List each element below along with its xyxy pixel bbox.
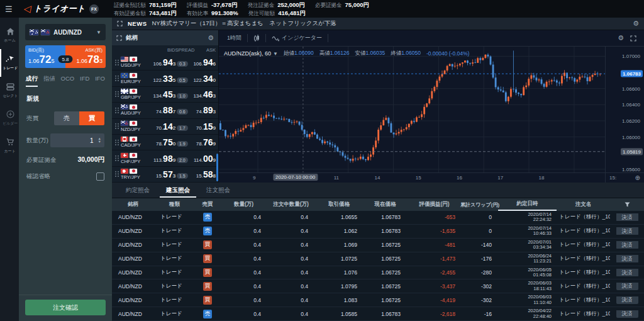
quantity-stepper[interactable]: ▲▼ [98,137,101,144]
watchlist-scrollbar[interactable] [216,154,218,181]
sidebar-item-ビルダー[interactable]: ビルダー [0,104,19,132]
bid-price[interactable]: 122.335 [148,73,176,84]
legend-symbol[interactable]: AUD/NZD(ask), 60▼ [224,50,278,57]
column-header-種類[interactable]: 種類 [154,198,195,211]
price-big-digits: 75 [163,137,173,147]
drag-handle-icon[interactable] [114,107,119,114]
hamburger-menu-icon[interactable]: ☰ [5,4,18,14]
pair-selector[interactable]: AUD/NZD ▼ [25,24,106,40]
required-margin-value: 30,000円 [77,155,104,164]
drag-handle-icon[interactable] [114,123,119,130]
bid-price[interactable]: 134.453 [148,89,176,100]
watchlist-settings-gear-icon[interactable]: ⚙ [208,35,214,42]
close-position-button[interactable]: 決済 [616,255,638,262]
sidebar-item-ホーム[interactable]: ホーム [0,21,19,49]
watchlist-row-GBP/JPY[interactable]: GBP/JPY134.4531.0134.463 [112,87,218,103]
column-header-売買[interactable]: 売買 [195,198,220,211]
news-expand-icon[interactable] [117,21,123,26]
order-tab-指値[interactable]: 指値 [43,75,55,87]
close-position-button[interactable]: 決済 [616,241,638,249]
watchlist-row-CAD/JPY[interactable]: CAD/JPY78.7501.978.769 [112,135,218,150]
skip-confirm-checkbox[interactable] [96,172,104,181]
interval-selector[interactable]: 1時間 [221,30,247,46]
candlestick-plot[interactable]: AUD/NZD(ask), 60▼ 始値1.06090 高値1.06126 安値… [219,47,605,172]
ask-price[interactable]: 74.893 [189,104,216,116]
ask-price[interactable]: 122.340 [189,73,216,84]
order-tab-成行[interactable]: 成行 [26,75,38,87]
indicator-button[interactable]: インジケーター [266,30,328,46]
close-position-button[interactable]: 決済 [616,269,638,276]
column-header-約定日時[interactable]: 約定日時 [498,198,557,211]
sidebar-item-セレクト[interactable]: セレクト [0,77,19,104]
positions-tab-注文照会[interactable]: 注文照会 [200,183,236,198]
bid-price[interactable]: 74.887 [148,104,176,116]
positions-tab-建玉照会[interactable]: 建玉照会 [160,183,196,198]
candle-style-icon[interactable] [248,30,265,46]
ask-price[interactable]: 78.769 [189,137,216,148]
column-header-銘柄[interactable]: 銘柄 [112,198,154,211]
drag-handle-icon[interactable] [114,91,119,98]
ask-price[interactable]: 114.009 [189,153,216,164]
column-header-取引価格[interactable]: 取引価格 [314,198,364,211]
chart-settings-gear-icon[interactable]: ⚙ [618,35,624,42]
column-header-数量(万)[interactable]: 数量(万) [220,198,267,211]
bid-price[interactable]: 15.573 [148,169,176,180]
position-row: AUD/NZDトレード買0.40.41.0691.06725-481-14020… [112,239,644,252]
close-position-button[interactable]: 決済 [616,310,638,318]
watchlist-row-NZD/JPY[interactable]: NZD/JPY70.1421.770.159 [112,119,218,135]
position-qty: 0.4 [220,256,267,262]
quantity-input[interactable]: 1 ▲▼ [50,133,104,147]
column-header-注文名[interactable]: 注文名 [557,198,610,211]
column-header-注文中数量(万)[interactable]: 注文中数量(万) [267,198,314,211]
ask-price[interactable]: 134.463 [189,89,216,100]
price-pip-digit: 5 [51,58,54,64]
price-prefix: 122. [153,77,164,83]
bid-price[interactable]: 106.943 [148,57,176,68]
watchlist-row-AUD/JPY[interactable]: AUD/JPY74.8870.674.893 [112,103,218,118]
watchlist-row-CHF/JPY[interactable]: CHF/JPY113.9892.0114.009 [112,150,218,166]
bid-price[interactable]: 78.750 [148,137,176,148]
ask-price[interactable]: 106.946 [189,57,216,68]
order-tab-IFD[interactable]: IFD [80,75,89,87]
app-logo[interactable]: ◁ トライオート FX [24,3,99,14]
positions-tab-約定照会[interactable]: 約定照会 [119,183,156,198]
position-type: トレード [154,296,195,304]
sidebar-item-トレード[interactable]: トレード [0,49,19,77]
sidebar-item-カート[interactable]: カート [0,132,19,160]
order-confirm-button[interactable]: 注文確認 [25,300,106,315]
sell-button[interactable]: 売 [54,111,79,125]
drag-handle-icon[interactable] [114,171,119,177]
filter-column-header[interactable] [610,198,644,211]
close-position-button[interactable]: 決済 [616,283,638,290]
buy-button[interactable]: 買 [79,111,104,125]
column-header-評価損益(円)[interactable]: 評価損益(円) [407,198,462,211]
close-position-button[interactable]: 決済 [616,227,638,235]
close-position-button[interactable]: 決済 [616,213,638,221]
watchlist-row-USD/JPY[interactable]: USD/JPY106.9430.3106.946 [112,55,218,70]
ask-price[interactable]: 70.159 [189,121,216,132]
news-headline[interactable]: NY株式サマリー（17日）＝高安まちまち ネットフリックスが下落 [152,20,628,28]
price-axis[interactable]: 1.070001.066001.064001.062001.060001.056… [605,47,644,172]
drag-handle-icon[interactable] [114,59,119,66]
time-axis[interactable]: 92020-07-10 00:00111415161718 15: ⊕ [219,172,644,183]
column-header-累計スワップ(円)[interactable]: 累計スワップ(円) [462,198,498,211]
bid-price[interactable]: 70.142 [148,121,176,132]
chart-fullscreen-icon[interactable] [630,35,636,42]
drag-handle-icon[interactable] [114,75,119,82]
fx-badge: FX [89,4,99,14]
watchlist-row-EUR/JPY[interactable]: EUR/JPY122.3350.5122.340 [112,70,218,86]
ask-price[interactable]: 15.588 [189,169,216,180]
drag-handle-icon[interactable] [114,155,119,162]
news-settings-gear-icon[interactable]: ⚙ [633,20,639,27]
position-open-price: 1.062 [314,228,364,234]
column-header-現在価格[interactable]: 現在価格 [364,198,407,211]
price-pip-digit: 0 [213,77,216,83]
watchlist-expand-icon[interactable] [116,35,122,41]
drag-handle-icon[interactable] [114,139,119,146]
bid-price[interactable]: 113.989 [148,153,176,164]
close-position-button[interactable]: 決済 [616,296,638,304]
order-tab-IFO[interactable]: IFO [95,75,105,87]
crosshair-icon[interactable]: ⊕ [635,174,640,181]
order-tab-OCO[interactable]: OCO [61,75,75,87]
watchlist-row-TRY/JPY[interactable]: TRY/JPY15.5731.515.588 [112,167,218,183]
